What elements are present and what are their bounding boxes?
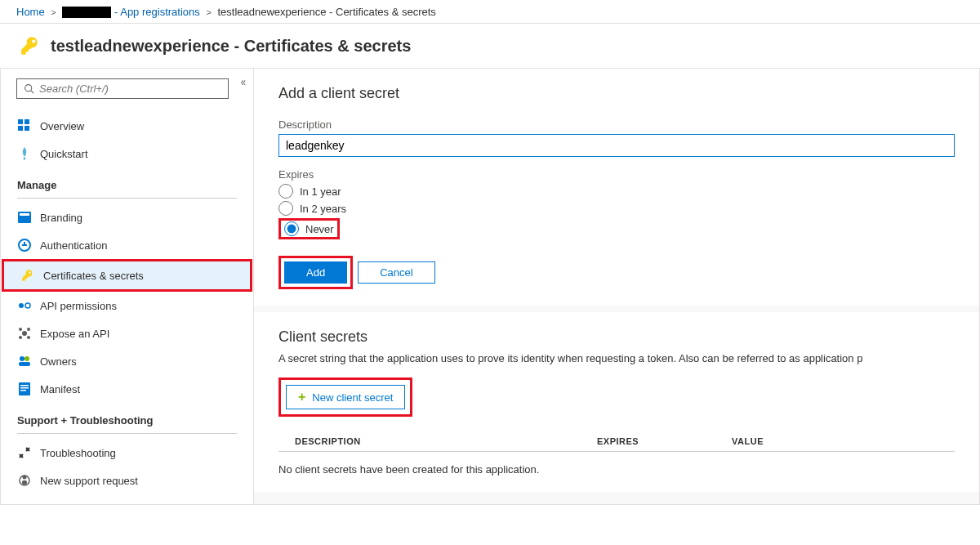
sidebar-item-owners[interactable]: Owners bbox=[1, 347, 253, 375]
authentication-icon bbox=[17, 238, 32, 252]
manifest-icon bbox=[17, 382, 32, 396]
svg-rect-2 bbox=[18, 119, 23, 124]
expires-label: Expires bbox=[278, 168, 955, 181]
radio-input[interactable] bbox=[284, 221, 299, 236]
svg-rect-22 bbox=[20, 387, 29, 389]
support-request-icon bbox=[17, 473, 32, 488]
quickstart-icon bbox=[17, 146, 32, 161]
sidebar-item-label: Expose an API bbox=[40, 328, 109, 340]
key-icon bbox=[20, 268, 35, 283]
search-icon bbox=[24, 83, 34, 94]
svg-rect-5 bbox=[24, 126, 29, 131]
branding-icon bbox=[17, 210, 32, 225]
sidebar-item-new-support-request[interactable]: New support request bbox=[1, 467, 253, 494]
breadcrumb-home[interactable]: Home bbox=[16, 6, 45, 18]
section-description: A secret string that the application use… bbox=[278, 352, 955, 364]
sidebar-item-label: Overview bbox=[40, 120, 84, 132]
svg-point-0 bbox=[25, 85, 32, 92]
sidebar-item-certificates[interactable]: Certificates & secrets bbox=[4, 261, 250, 289]
api-permissions-icon bbox=[17, 298, 32, 313]
svg-point-13 bbox=[19, 328, 22, 331]
client-secrets-section: Client secrets A secret string that the … bbox=[254, 312, 979, 492]
sidebar-item-label: Authentication bbox=[40, 239, 107, 252]
svg-point-17 bbox=[20, 356, 24, 361]
svg-rect-11 bbox=[25, 303, 30, 308]
svg-point-18 bbox=[24, 356, 29, 361]
troubleshooting-icon bbox=[17, 445, 32, 460]
sidebar-item-label: Manifest bbox=[40, 383, 80, 395]
sidebar-item-overview[interactable]: Overview bbox=[1, 112, 253, 140]
chevron-right-icon: > bbox=[203, 7, 214, 17]
svg-point-25 bbox=[23, 476, 27, 480]
sidebar-section-support: Support + Troubleshooting bbox=[1, 403, 253, 430]
sidebar-item-api-permissions[interactable]: API permissions bbox=[1, 292, 253, 319]
svg-rect-8 bbox=[20, 213, 29, 216]
description-input[interactable] bbox=[278, 134, 955, 157]
page-title: testleadnewexperience - Certificates & s… bbox=[51, 37, 411, 56]
svg-point-16 bbox=[27, 336, 30, 339]
key-icon bbox=[20, 35, 41, 56]
sidebar-item-troubleshooting[interactable]: Troubleshooting bbox=[1, 439, 253, 467]
divider bbox=[17, 198, 237, 199]
svg-point-14 bbox=[27, 328, 30, 331]
plus-icon: + bbox=[298, 390, 305, 404]
column-expires: EXPIRES bbox=[597, 436, 732, 446]
add-client-secret-panel: Add a client secret Description Expires … bbox=[254, 69, 979, 306]
add-button[interactable]: Add bbox=[284, 261, 347, 284]
overview-icon bbox=[17, 118, 32, 133]
svg-rect-23 bbox=[20, 390, 26, 391]
search-input-wrapper[interactable] bbox=[16, 78, 229, 99]
sidebar-item-authentication[interactable]: Authentication bbox=[1, 231, 253, 259]
radio-never[interactable]: Never bbox=[278, 218, 340, 239]
chevron-right-icon: > bbox=[47, 7, 59, 17]
main-content: Add a client secret Description Expires … bbox=[254, 69, 979, 504]
redacted-tenant bbox=[62, 7, 111, 18]
breadcrumb-current: testleadnewexperience - Certificates & s… bbox=[217, 6, 435, 18]
svg-rect-3 bbox=[24, 119, 29, 124]
radio-input[interactable] bbox=[278, 201, 293, 216]
sidebar-item-label: Branding bbox=[40, 212, 82, 224]
radio-label: In 2 years bbox=[300, 203, 346, 215]
column-description: DESCRIPTION bbox=[278, 436, 597, 446]
svg-point-12 bbox=[22, 331, 27, 336]
svg-point-15 bbox=[19, 336, 22, 339]
sidebar-section-manage: Manage bbox=[1, 168, 253, 194]
radio-2-years[interactable]: In 2 years bbox=[278, 201, 955, 216]
sidebar-item-quickstart[interactable]: Quickstart bbox=[1, 140, 253, 168]
sidebar-item-label: Owners bbox=[40, 355, 77, 368]
cancel-button[interactable]: Cancel bbox=[358, 261, 434, 284]
svg-rect-26 bbox=[22, 480, 27, 485]
radio-label: Never bbox=[305, 223, 334, 235]
column-value: VALUE bbox=[732, 436, 955, 446]
collapse-sidebar-icon[interactable]: « bbox=[241, 75, 246, 88]
svg-rect-21 bbox=[20, 385, 29, 386]
search-input[interactable] bbox=[39, 83, 221, 95]
sidebar-item-label: Certificates & secrets bbox=[43, 270, 144, 282]
sidebar-item-branding[interactable]: Branding bbox=[1, 203, 253, 231]
radio-input[interactable] bbox=[278, 184, 293, 199]
sidebar-item-manifest[interactable]: Manifest bbox=[1, 375, 253, 403]
svg-rect-4 bbox=[18, 126, 23, 131]
highlight-box: Add bbox=[278, 256, 353, 289]
empty-state-message: No client secrets have been created for … bbox=[278, 463, 955, 476]
breadcrumb-app-registrations[interactable]: - App registrations bbox=[114, 6, 200, 18]
divider bbox=[278, 451, 955, 452]
svg-rect-10 bbox=[19, 303, 24, 308]
expose-api-icon bbox=[17, 326, 32, 341]
radio-1-year[interactable]: In 1 year bbox=[278, 184, 955, 199]
sidebar-item-label: Quickstart bbox=[40, 148, 88, 160]
description-label: Description bbox=[278, 118, 955, 131]
sidebar-item-label: API permissions bbox=[40, 300, 117, 312]
panel-title: Add a client secret bbox=[278, 85, 955, 102]
svg-rect-19 bbox=[19, 362, 30, 366]
radio-label: In 1 year bbox=[300, 185, 341, 198]
sidebar-item-expose-api[interactable]: Expose an API bbox=[1, 319, 253, 347]
sidebar-item-label: Troubleshooting bbox=[40, 447, 116, 459]
svg-rect-20 bbox=[19, 382, 30, 395]
button-label: New client secret bbox=[312, 391, 393, 404]
divider bbox=[17, 433, 237, 434]
svg-line-1 bbox=[31, 91, 33, 93]
table-header: DESCRIPTION EXPIRES VALUE bbox=[278, 431, 955, 451]
breadcrumb: Home > - App registrations > testleadnew… bbox=[0, 0, 980, 24]
new-client-secret-button[interactable]: + New client secret bbox=[286, 385, 405, 409]
